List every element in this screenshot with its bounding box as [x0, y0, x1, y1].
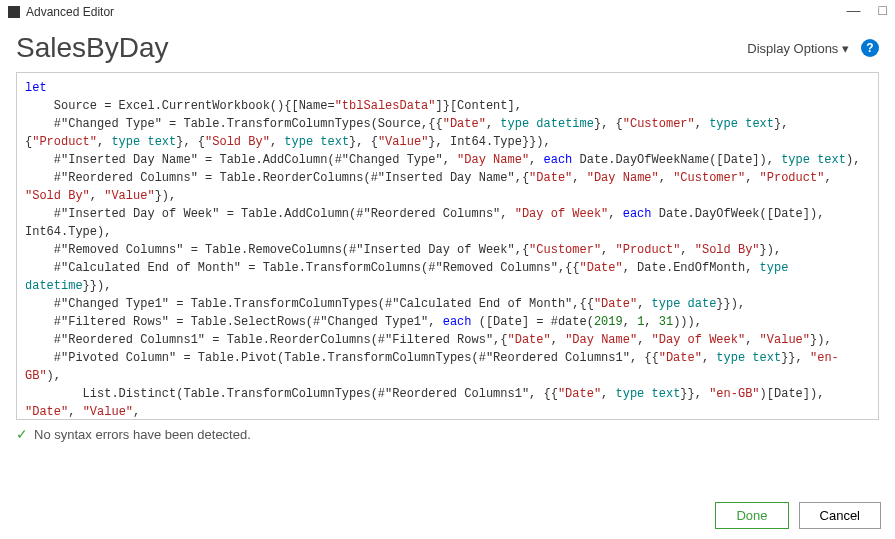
help-icon[interactable]: ?	[861, 39, 879, 57]
app-icon	[8, 6, 20, 18]
minimize-button[interactable]: —	[847, 2, 861, 18]
maximize-button[interactable]: □	[879, 2, 887, 18]
chevron-down-icon: ▾	[842, 41, 849, 56]
done-button[interactable]: Done	[715, 502, 788, 529]
header: SalesByDay Display Options ▾ ?	[0, 24, 895, 68]
cancel-button[interactable]: Cancel	[799, 502, 881, 529]
window-controls: — □	[847, 2, 887, 18]
window-title: Advanced Editor	[26, 5, 114, 19]
titlebar: Advanced Editor	[0, 0, 895, 24]
check-icon: ✓	[16, 426, 28, 442]
display-options-label: Display Options	[747, 41, 838, 56]
display-options-dropdown[interactable]: Display Options ▾	[747, 41, 849, 56]
keyword-let: let	[25, 81, 47, 95]
status-bar: ✓ No syntax errors have been detected.	[0, 420, 895, 448]
query-name: SalesByDay	[16, 32, 169, 64]
header-toolbar: Display Options ▾ ?	[747, 39, 879, 57]
status-message: No syntax errors have been detected.	[34, 427, 251, 442]
footer-buttons: Done Cancel	[715, 502, 881, 529]
code-editor[interactable]: let Source = Excel.CurrentWorkbook(){[Na…	[16, 72, 879, 420]
